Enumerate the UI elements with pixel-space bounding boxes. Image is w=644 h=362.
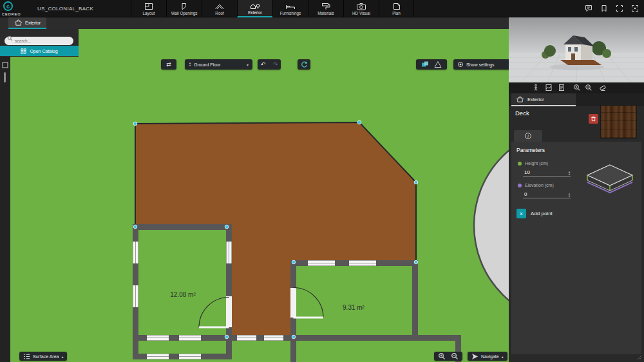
add-point-icon[interactable]: × — [516, 209, 526, 218]
deck-diagram-icon — [582, 160, 638, 202]
restore-window-icon[interactable] — [616, 5, 623, 12]
tab-wall-openings[interactable]: Wall Openings — [166, 0, 202, 17]
camera-icon — [356, 3, 366, 10]
room-area-label: 9.31 m² — [343, 304, 365, 311]
zoom-out-icon[interactable] — [585, 84, 592, 91]
door-icon — [179, 3, 189, 10]
tab-hd-visual[interactable]: HD Visual — [343, 0, 379, 17]
info-icon: i — [525, 133, 531, 139]
vertex-handle[interactable] — [225, 335, 229, 339]
tab-materials[interactable]: Materials — [308, 0, 343, 17]
open-catalog-label: Open Catalog — [30, 49, 57, 53]
chat-icon[interactable] — [585, 5, 592, 12]
info-tab[interactable]: i — [514, 130, 542, 142]
floorplan-svg[interactable]: 12.08 m² 9.31 m² — [10, 29, 509, 362]
walkthrough-icon[interactable] — [532, 84, 540, 91]
floorplan-canvas[interactable]: 12.08 m² 9.31 m² ⇄ ▲ ▼ Ground Floor ▾ ↶ … — [10, 29, 509, 362]
elevation-label: Elevation (cm) — [525, 183, 554, 187]
surface-area-button[interactable]: Surface Area ▴ — [19, 352, 67, 361]
snapshot-icon[interactable] — [545, 84, 553, 91]
tab-label: Plan — [392, 11, 401, 15]
logo-text: CEDREO — [2, 12, 21, 16]
inspector-tabrow: Exterior — [509, 93, 644, 106]
add-point-label: Add point — [531, 211, 553, 216]
vertex-handle[interactable] — [292, 335, 296, 339]
refresh-icon — [301, 61, 308, 68]
tab-exterior[interactable]: Exterior — [237, 0, 272, 17]
parameters-panel: Parameters Height (cm) ▲▼ Elevation (cm)… — [511, 142, 641, 354]
view-tools — [416, 59, 447, 70]
surface-area-label: Surface Area — [33, 354, 59, 359]
pool-circle[interactable] — [474, 128, 509, 323]
deck-material-thumbnail[interactable] — [600, 105, 637, 138]
perspective-icon[interactable] — [434, 61, 442, 68]
vertex-handle[interactable] — [414, 260, 418, 264]
swap-icon: ⇄ — [166, 61, 171, 68]
tab-plan[interactable]: Plan — [379, 0, 414, 17]
elevation-input[interactable] — [523, 191, 558, 198]
house-icon — [14, 19, 23, 26]
tab-label: Exterior — [248, 10, 262, 15]
vertex-handle[interactable] — [357, 120, 361, 124]
match-colors-icon[interactable] — [421, 61, 429, 68]
tab-roof[interactable]: Roof — [202, 0, 237, 17]
refresh-button[interactable] — [298, 59, 310, 70]
add-point-row[interactable]: × Add point — [516, 209, 553, 218]
tab-label: Layout — [143, 11, 155, 15]
undo-icon[interactable]: ↶ — [260, 61, 265, 68]
tab-furnishings[interactable]: Furnishings — [272, 0, 308, 17]
tab-label: Wall Openings — [171, 11, 198, 15]
height-dot-icon — [518, 162, 522, 166]
navigate-button[interactable]: Navigate ▴ — [468, 352, 507, 361]
fullscreen-icon[interactable] — [631, 5, 639, 12]
elevation-inputline: ▲▼ — [523, 190, 571, 198]
room-area-label: 12.08 m² — [170, 291, 196, 298]
zoom-in-icon[interactable] — [573, 84, 581, 91]
notes-icon[interactable] — [558, 84, 565, 91]
redo-icon[interactable]: ↷ — [273, 61, 278, 68]
remove-material-button[interactable] — [589, 114, 598, 124]
floor-selector[interactable]: ▲ ▼ Ground Floor ▾ — [185, 59, 252, 70]
tab-label: HD Visual — [352, 11, 370, 15]
show-settings-label: Show settings — [466, 62, 507, 67]
vertex-handle[interactable] — [225, 225, 229, 229]
subtab-exterior[interactable]: Exterior — [8, 17, 46, 29]
vertex-handle[interactable] — [414, 180, 418, 184]
save-icon[interactable] — [600, 5, 608, 12]
eraser-icon[interactable] — [599, 84, 607, 91]
titlebar-actions — [585, 5, 639, 12]
vertex-handle[interactable] — [133, 225, 137, 229]
vertex-handle[interactable] — [133, 122, 137, 126]
height-input[interactable] — [523, 169, 558, 176]
titlebar: c CEDREO US_COLONIAL_BACK Layout Wall Op… — [0, 0, 644, 17]
main-tabs: Layout Wall Openings Roof Exterior Furni… — [131, 0, 414, 17]
tab-layout[interactable]: Layout — [131, 0, 166, 17]
inspector-tab-exterior[interactable]: Exterior — [511, 93, 576, 106]
height-stepper[interactable]: ▲▼ — [568, 171, 571, 176]
search-input[interactable] — [5, 37, 73, 45]
show-settings-button[interactable]: Show settings ▲ ▼ — [453, 59, 509, 70]
subtab-row: Exterior — [0, 17, 509, 29]
zoom-in-icon[interactable] — [438, 352, 446, 360]
list-icon — [23, 353, 30, 360]
3d-preview[interactable] — [509, 17, 644, 82]
resize-grip-icon[interactable] — [637, 355, 642, 360]
zoom-out-icon[interactable] — [451, 352, 459, 360]
open-catalog-button[interactable]: Open Catalog — [0, 46, 79, 56]
furniture-icon — [285, 3, 296, 10]
object-title: Deck — [515, 110, 529, 117]
panel-toggle-icon[interactable] — [2, 62, 8, 68]
paint-roller-icon — [321, 3, 331, 10]
vertex-handle[interactable] — [292, 260, 296, 264]
compass-icon — [471, 353, 478, 360]
swap-view-button[interactable]: ⇄ — [161, 59, 176, 70]
navigate-label: Navigate — [481, 354, 499, 359]
drag-handle[interactable] — [4, 72, 6, 82]
document-icon — [392, 3, 402, 10]
inspector-content: Deck i Parameters Height (cm) ▲▼ Elevati… — [509, 106, 644, 362]
floor-stepper[interactable]: ▲ ▼ — [189, 62, 191, 67]
layout-icon — [144, 3, 154, 10]
left-toolstrip — [0, 57, 10, 362]
elevation-stepper[interactable]: ▲▼ — [568, 193, 571, 198]
chevron-up-icon: ▴ — [61, 354, 63, 359]
